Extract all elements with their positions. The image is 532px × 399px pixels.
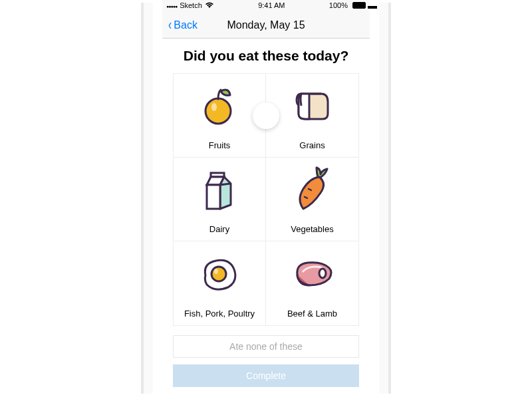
battery-icon [350, 2, 366, 9]
carrier-label: Sketch [180, 1, 202, 9]
complete-button[interactable]: Complete [173, 364, 359, 387]
dairy-icon [203, 158, 236, 221]
center-knob[interactable] [253, 102, 279, 129]
wifi-icon [205, 2, 214, 9]
meat-icon [291, 241, 334, 306]
fruits-icon [201, 74, 238, 138]
tile-label: Grains [299, 140, 325, 150]
egg-icon [199, 241, 240, 306]
tile-dairy[interactable]: Dairy [174, 158, 266, 241]
none-button[interactable]: Ate none of these [173, 335, 359, 358]
tile-label: Fish, Pork, Poultry [184, 309, 255, 319]
status-bar: Sketch 9:41 AM 100% [162, 0, 370, 12]
tile-vegetables[interactable]: Vegetables [266, 158, 358, 241]
signal-icon [166, 1, 177, 9]
tile-grains[interactable]: Grains [266, 74, 358, 158]
nav-bar: ‹ Back Monday, May 15 [162, 12, 370, 39]
tile-beef-lamb[interactable]: Beef & Lamb [266, 241, 358, 325]
svg-rect-2 [207, 185, 220, 209]
phone-frame: Sketch 9:41 AM 100% ‹ Back Monday, May 1… [153, 0, 379, 398]
tile-label: Dairy [209, 224, 229, 234]
svg-point-4 [214, 269, 218, 274]
chevron-left-icon: ‹ [168, 18, 172, 33]
heading: Did you eat these today? [173, 48, 359, 64]
tile-label: Beef & Lamb [287, 309, 337, 319]
back-label: Back [174, 19, 198, 31]
vegetables-icon [294, 158, 331, 221]
tile-label: Fruits [209, 140, 231, 150]
svg-point-0 [205, 98, 231, 124]
svg-point-5 [319, 269, 326, 278]
grains-icon [292, 74, 333, 138]
svg-point-3 [211, 267, 226, 281]
back-button[interactable]: ‹ Back [162, 18, 198, 33]
tile-fish-pork-poultry[interactable]: Fish, Pork, Poultry [174, 241, 266, 325]
battery-percent: 100% [329, 1, 348, 9]
tile-label: Vegetables [291, 224, 333, 234]
clock: 9:41 AM [258, 1, 285, 9]
svg-point-1 [211, 103, 217, 111]
